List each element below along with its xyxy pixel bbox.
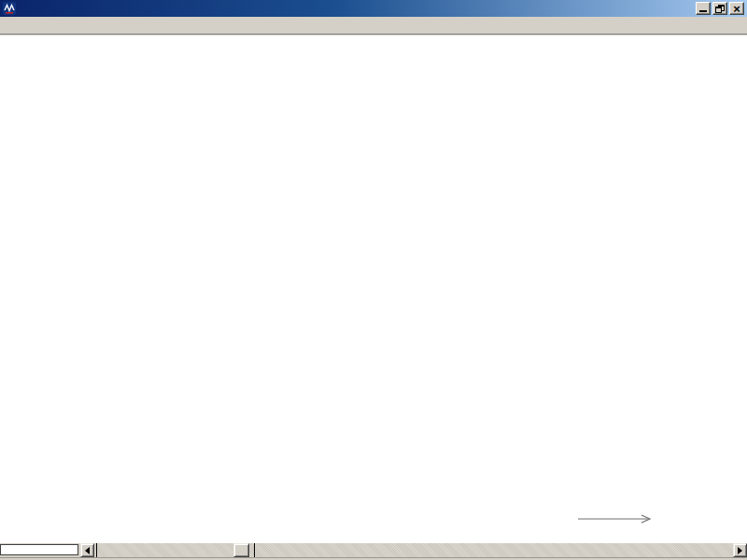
close-icon: ×: [733, 4, 740, 14]
scrollbar-thumb[interactable]: [233, 543, 249, 557]
windaq-window: { "titlebar": { "title": "WINDAQ - sp088…: [0, 0, 747, 560]
minimize-button[interactable]: [696, 2, 711, 15]
chart-area[interactable]: [0, 35, 747, 529]
restore-button[interactable]: [712, 2, 727, 15]
menu-bar: [0, 17, 747, 35]
status-bar: [0, 529, 747, 543]
close-button[interactable]: ×: [729, 2, 744, 15]
horizontal-scrollbar[interactable]: [0, 543, 747, 557]
scroll-position-marker: [96, 543, 97, 557]
scroll-left-button[interactable]: [80, 543, 94, 557]
restore-icon: [715, 5, 725, 13]
overview-range-box[interactable]: [0, 544, 78, 555]
title-bar[interactable]: ×: [0, 0, 747, 17]
arrow-right-icon: [738, 547, 742, 554]
minimize-icon: [699, 10, 707, 12]
app-icon: [3, 2, 16, 15]
scroll-right-button[interactable]: [733, 543, 747, 557]
scroll-position-marker: [254, 543, 255, 557]
scrollbar-track[interactable]: [94, 543, 733, 557]
window-controls: ×: [696, 2, 744, 15]
waveform-plot: [0, 35, 747, 529]
arrow-left-icon: [85, 547, 90, 554]
